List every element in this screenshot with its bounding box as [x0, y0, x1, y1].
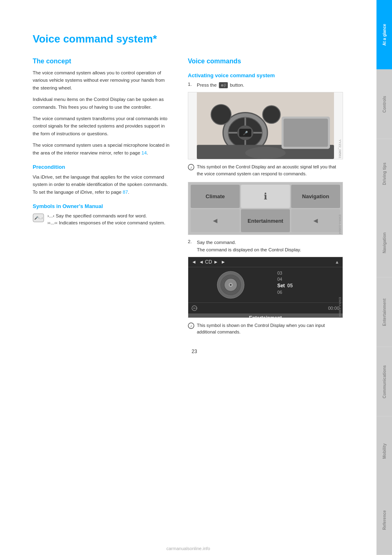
right-sidebar: At a glance Controls Driving tips Naviga… — [376, 0, 392, 555]
sidebar-tab-reference[interactable]: Reference — [376, 486, 392, 555]
sidebar-tab-entertainment[interactable]: Entertainment — [376, 278, 392, 347]
precondition-title: Precondition — [33, 164, 172, 170]
caption-1-icon: ♪ — [188, 164, 194, 172]
step-1-row: 1. Press the button. — [188, 82, 343, 89]
caption-2-icon: ♪ — [188, 322, 194, 330]
sidebar-tab-mobility[interactable]: Mobility — [376, 416, 392, 486]
sidebar-tab-controls[interactable]: Controls — [376, 69, 392, 139]
svg-point-30 — [230, 284, 232, 286]
step-2-number: 2. — [188, 239, 194, 244]
svg-text:🎤: 🎤 — [243, 130, 248, 136]
svg-text:›...‹: ›...‹ — [38, 217, 43, 219]
caption-1-text: This symbol on the Control Display and a… — [197, 163, 343, 177]
cd-track-06: 06 — [277, 290, 339, 295]
svg-rect-18 — [283, 119, 328, 147]
concept-para-4: The voice command system uses a special … — [33, 141, 172, 157]
svg-text:🎤: 🎤 — [34, 216, 38, 220]
step-2-text: Say the command. The command is displaye… — [197, 239, 301, 253]
two-column-layout: The concept The voice command system all… — [33, 58, 356, 340]
svg-point-4 — [221, 84, 223, 87]
svg-point-21 — [211, 105, 231, 125]
cd-track-04: 04 — [277, 277, 339, 282]
sidebar-tab-at-a-glance[interactable]: At a glance — [376, 0, 392, 69]
menu-entertainment: Entertainment — [241, 209, 290, 233]
caption-2: ♪ This symbol is shown on the Control Di… — [188, 322, 343, 336]
cd-display-image: ◄ ◄ CD ► ► ▲ — [188, 257, 343, 318]
cd-footer-label: Entertainment — [249, 315, 282, 318]
voice-button-icon — [219, 82, 228, 88]
left-column: The concept The voice command system all… — [33, 58, 172, 340]
caption-1: ♪ This symbol on the Control Display and… — [188, 163, 343, 177]
cd-track-03: 03 — [277, 271, 339, 275]
cd-track-list: 03 04 Set05 06 — [273, 267, 343, 302]
step-2-row: 2. Say the command. The command is displ… — [188, 239, 343, 253]
menu-icon-left1: ◄ — [191, 209, 240, 233]
symbols-title: Symbols in Owner's Manual — [33, 203, 172, 209]
car-interior-image: 🎤 YYZ2_08561 — [188, 92, 343, 159]
page-container: Voice command system* The concept The vo… — [0, 0, 392, 555]
step-1-number: 1. — [188, 82, 194, 87]
svg-point-22 — [263, 106, 280, 123]
step-1-text: Press the button. — [197, 82, 244, 89]
concept-para-2: Individual menu items on the Control Dis… — [33, 96, 172, 111]
cd-disc-area — [188, 267, 273, 302]
menu-icon-left2: ◄ — [291, 209, 340, 233]
menu-center-icon: ℹ — [241, 185, 290, 208]
concept-title: The concept — [33, 58, 172, 65]
sidebar-tab-communications[interactable]: Communications — [376, 347, 392, 416]
voice-commands-title: Voice commands — [188, 58, 343, 65]
image-watermark-3: EWK4-33604 — [338, 297, 342, 317]
cd-track-set: Set05 — [277, 283, 339, 289]
sidebar-tab-navigation[interactable]: Navigation — [376, 208, 392, 278]
page-title: Voice command system* — [33, 33, 356, 45]
precondition-text: Via iDrive, set the language that applie… — [33, 173, 172, 196]
svg-point-23 — [245, 147, 286, 159]
control-display-image: Climate ℹ Navigation ◄ Entertainment ◄ E… — [188, 182, 343, 235]
menu-climate: Climate — [191, 185, 240, 208]
menu-navigation: Navigation — [291, 185, 340, 208]
main-content: Voice command system* The concept The vo… — [0, 0, 376, 555]
bottom-watermark: carmanualsonline.info — [166, 546, 210, 551]
image-watermark-2: EWK4-33604 — [338, 215, 342, 234]
concept-para-1: The voice command system allows you to c… — [33, 69, 172, 92]
concept-para-3: The voice command system transforms your… — [33, 115, 172, 137]
cd-time: 00:00 — [328, 306, 339, 311]
svg-text:♪: ♪ — [190, 165, 192, 170]
caption-2-text: This symbol is shown on the Control Disp… — [197, 322, 343, 336]
voice-symbol-icon: 🎤 ›...‹ — [33, 213, 44, 222]
symbol-text: ›...‹ Say the specified commands word fo… — [47, 213, 165, 227]
image-watermark-1: YYZ2_08561 — [338, 139, 342, 159]
page-number: 23 — [33, 349, 356, 354]
cd-header-text: ◄ CD ► — [199, 259, 218, 265]
sidebar-tab-driving-tips[interactable]: Driving tips — [376, 139, 392, 208]
activating-title: Activating voice command system — [188, 72, 343, 78]
symbol-row: 🎤 ›...‹ ›...‹ Say the specified commands… — [33, 213, 172, 227]
svg-text:♪: ♪ — [190, 324, 192, 328]
right-column: Voice commands Activating voice command … — [188, 58, 343, 340]
